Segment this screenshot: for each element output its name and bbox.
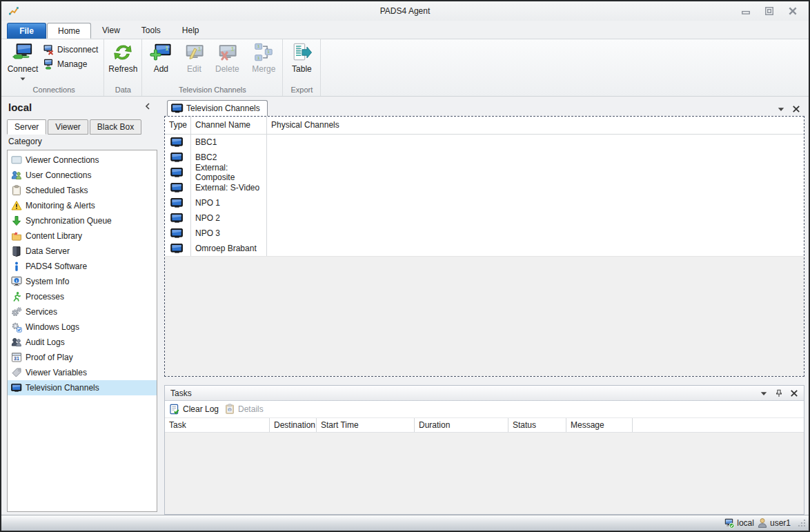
tasks-panel-title: Tasks	[170, 388, 192, 398]
edit-button[interactable]: 1 Edit	[177, 40, 210, 74]
viewer-variables-icon	[11, 367, 22, 378]
tasks-pin-icon[interactable]	[775, 389, 783, 397]
resize-grip[interactable]	[798, 519, 806, 527]
sidebar-item-windows-logs[interactable]: Windows Logs	[8, 319, 157, 335]
sidebar-item-system-info[interactable]: iSystem Info	[8, 274, 157, 289]
sidebar-item-scheduled-tasks[interactable]: Scheduled Tasks	[8, 183, 157, 198]
column-header-physical-channels[interactable]: Physical Channels	[267, 117, 804, 134]
sidebar-item-services[interactable]: Services	[8, 304, 157, 319]
details-label: Details	[238, 404, 264, 414]
tasks-column-destination[interactable]: Destination	[270, 418, 317, 432]
tab-television-channels[interactable]: Television Channels	[167, 100, 268, 116]
sidebar-item-data-server[interactable]: Data Server	[8, 244, 157, 259]
tv-icon	[171, 104, 184, 113]
sidebar-item-label: System Info	[26, 277, 69, 286]
sidebar-item-synchronization-queue[interactable]: Synchronization Queue	[8, 213, 157, 228]
table-row[interactable]: NPO 1	[165, 195, 804, 210]
sidebar-item-label: Services	[26, 307, 57, 317]
disconnect-button[interactable]: Disconnect	[39, 42, 101, 57]
refresh-button[interactable]: Refresh	[106, 40, 139, 74]
sidebar-item-processes[interactable]: Processes	[8, 289, 157, 304]
connect-button[interactable]: Connect	[6, 40, 39, 84]
edit-label: Edit	[187, 64, 201, 74]
physical-channels-cell	[267, 165, 804, 180]
delete-button[interactable]: 1 Delete	[210, 40, 244, 74]
file-menu-button[interactable]: File	[7, 23, 46, 39]
tasks-column-duration[interactable]: Duration	[415, 418, 508, 432]
tab-view[interactable]: View	[92, 23, 130, 39]
physical-channels-cell	[267, 180, 804, 195]
horizontal-splitter[interactable]	[164, 377, 804, 385]
connect-icon	[11, 42, 34, 63]
sidebar-tab-black-box[interactable]: Black Box	[90, 119, 141, 135]
merge-button[interactable]: 111 Merge	[247, 40, 280, 74]
sidebar-item-user-connections[interactable]: User Connections	[8, 168, 157, 183]
sidebar-item-label: Windows Logs	[26, 322, 79, 332]
channel-name-cell: External: Composite	[191, 165, 267, 180]
tab-home[interactable]: Home	[47, 23, 91, 39]
sidebar-item-viewer-connections[interactable]: Viewer Connections	[8, 152, 157, 168]
sidebar-item-viewer-variables[interactable]: Viewer Variables	[8, 365, 157, 380]
maximize-button[interactable]	[762, 6, 777, 17]
minimize-button[interactable]	[738, 6, 753, 17]
column-header-type[interactable]: Type	[165, 117, 191, 134]
sidebar-item-label: Scheduled Tasks	[26, 186, 88, 195]
manage-button[interactable]: Manage	[39, 57, 101, 71]
tasks-dropdown-icon[interactable]	[760, 389, 768, 397]
sidebar-item-pads4-software[interactable]: PADS4 Software	[8, 259, 157, 274]
sidebar: local ServerViewerBlack Box Category Vie…	[1, 97, 160, 515]
table-export-button[interactable]: Table	[285, 40, 318, 74]
tasks-column-message[interactable]: Message	[566, 418, 633, 432]
sidebar-item-audit-logs[interactable]: Audit Logs	[8, 335, 157, 350]
add-label: Add	[154, 64, 168, 74]
sidebar-item-label: Proof of Play	[26, 353, 73, 362]
collapse-sidebar-icon[interactable]	[144, 102, 153, 112]
tasks-panel: Tasks Clear Log i Details	[164, 385, 804, 515]
sidebar-item-monitoring-alerts[interactable]: Monitoring & Alerts	[8, 198, 157, 213]
sidebar-tab-server[interactable]: Server	[7, 119, 46, 135]
column-header-channel-name[interactable]: Channel Name	[191, 117, 267, 134]
svg-text:1: 1	[198, 46, 201, 52]
tab-tools[interactable]: Tools	[131, 23, 171, 39]
tab-list-dropdown-icon[interactable]	[777, 105, 785, 113]
physical-channels-cell	[267, 210, 804, 226]
title-bar: PADS4 Agent	[1, 1, 809, 21]
category-list: Viewer ConnectionsUser ConnectionsSchedu…	[7, 150, 157, 512]
table-row[interactable]: External: S-Video	[165, 180, 804, 195]
tasks-column-task[interactable]: Task	[165, 418, 270, 432]
clear-log-button[interactable]: Clear Log	[169, 404, 219, 415]
viewer-connections-icon	[11, 155, 22, 166]
tasks-column-start-time[interactable]: Start Time	[317, 418, 415, 432]
table-row[interactable]: NPO 3	[165, 226, 804, 241]
channels-panel: Type Channel Name Physical Channels BBC1…	[164, 116, 804, 377]
table-row[interactable]: NPO 2	[165, 210, 804, 226]
close-button[interactable]	[785, 6, 800, 17]
table-row[interactable]: BBC1	[165, 135, 804, 150]
tasks-close-icon[interactable]	[790, 389, 798, 397]
svg-text:1: 1	[231, 46, 235, 52]
add-button[interactable]: 1 Add	[144, 40, 177, 74]
close-tab-icon[interactable]	[792, 105, 800, 113]
document-tab-label: Television Channels	[186, 104, 260, 113]
data-server-icon	[11, 246, 22, 257]
details-button[interactable]: i Details	[224, 404, 264, 415]
ribbon-group-television-channels: 1 Add 1 Edit 1 Delete 111 Merge Televisi…	[142, 39, 283, 96]
channel-type-cell	[165, 195, 191, 210]
physical-channels-cell	[267, 195, 804, 210]
tasks-column-status[interactable]: Status	[508, 418, 566, 432]
channels-empty-area	[165, 256, 804, 376]
connect-dropdown-icon[interactable]	[19, 75, 26, 84]
tab-help[interactable]: Help	[172, 23, 210, 39]
channel-name-cell: External: S-Video	[191, 180, 267, 195]
sidebar-item-content-library[interactable]: Content Library	[8, 228, 157, 244]
sidebar-item-proof-of-play[interactable]: 31Proof of Play	[8, 350, 157, 365]
document-tab-bar: Television Channels	[164, 97, 804, 116]
manage-label: Manage	[57, 59, 87, 69]
table-row[interactable]: External: Composite	[165, 165, 804, 180]
connection-status-icon	[724, 518, 735, 529]
table-row[interactable]: Omroep Brabant	[165, 241, 804, 256]
scheduled-tasks-icon	[11, 185, 22, 196]
sidebar-item-television-channels[interactable]: Television Channels	[8, 380, 157, 395]
sidebar-tab-viewer[interactable]: Viewer	[48, 119, 88, 135]
sidebar-item-label: PADS4 Software	[26, 262, 87, 271]
